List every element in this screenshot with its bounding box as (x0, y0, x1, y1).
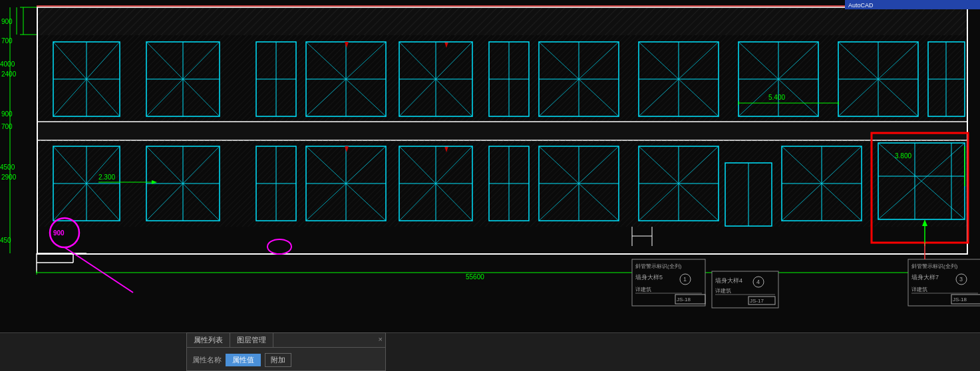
additional-button[interactable]: 附加 (265, 353, 291, 367)
svg-text:2.300: 2.300 (98, 174, 115, 181)
svg-text:墙身大样5: 墙身大样5 (635, 274, 663, 281)
svg-text:450: 450 (0, 237, 11, 244)
svg-text:斜管警示标识(全列): 斜管警示标识(全列) (911, 263, 958, 269)
properties-panel: 属性列表 图层管理 × 属性名称 属性值 附加 (186, 332, 386, 371)
cad-canvas: 900 700 4000 2400 900 700 4500 2900 450 … (0, 0, 980, 332)
svg-rect-12 (37, 227, 968, 253)
svg-rect-7 (37, 122, 968, 140)
tab-properties[interactable]: 属性列表 (187, 333, 230, 347)
svg-text:4000: 4000 (0, 61, 15, 68)
tab-layer-management[interactable]: 图层管理 (230, 333, 273, 347)
svg-text:900: 900 (53, 229, 65, 237)
svg-text:4: 4 (756, 279, 760, 285)
svg-rect-5 (37, 7, 968, 35)
svg-text:700: 700 (1, 123, 13, 130)
svg-text:详建筑: 详建筑 (715, 288, 731, 294)
svg-rect-6 (37, 35, 968, 122)
svg-rect-14 (37, 7, 38, 253)
svg-text:JS-17: JS-17 (750, 298, 764, 304)
svg-text:斜管警示标识(全列): 斜管警示标识(全列) (635, 263, 682, 269)
svg-text:3.800: 3.800 (895, 152, 911, 160)
bottom-panel: 属性列表 图层管理 × 属性名称 属性值 附加 (0, 332, 980, 371)
properties-body: 属性名称 属性值 附加 (187, 348, 385, 371)
svg-text:3: 3 (959, 276, 963, 283)
svg-text:900: 900 (1, 18, 13, 25)
svg-text:2900: 2900 (1, 174, 17, 181)
svg-text:JS-18: JS-18 (677, 297, 691, 303)
svg-text:AutoCAD: AutoCAD (848, 2, 874, 9)
close-panel-button[interactable]: × (379, 335, 383, 343)
property-value-button[interactable]: 属性值 (226, 354, 261, 366)
field-label: 属性名称 (192, 355, 222, 365)
svg-text:4500: 4500 (0, 164, 15, 171)
svg-text:700: 700 (1, 37, 13, 45)
svg-rect-13 (37, 253, 968, 255)
svg-text:1: 1 (683, 276, 687, 283)
svg-text:2400: 2400 (1, 70, 17, 78)
properties-tabs: 属性列表 图层管理 × (187, 333, 385, 348)
svg-text:900: 900 (1, 110, 13, 118)
svg-text:详建筑: 详建筑 (635, 287, 651, 293)
svg-text:55600: 55600 (466, 273, 484, 281)
svg-text:墙身大样4: 墙身大样4 (715, 277, 742, 284)
svg-text:5.400: 5.400 (768, 94, 785, 101)
svg-text:JS-18: JS-18 (953, 297, 967, 303)
svg-text:墙身大样7: 墙身大样7 (911, 274, 939, 281)
svg-text:详建筑: 详建筑 (911, 287, 927, 293)
